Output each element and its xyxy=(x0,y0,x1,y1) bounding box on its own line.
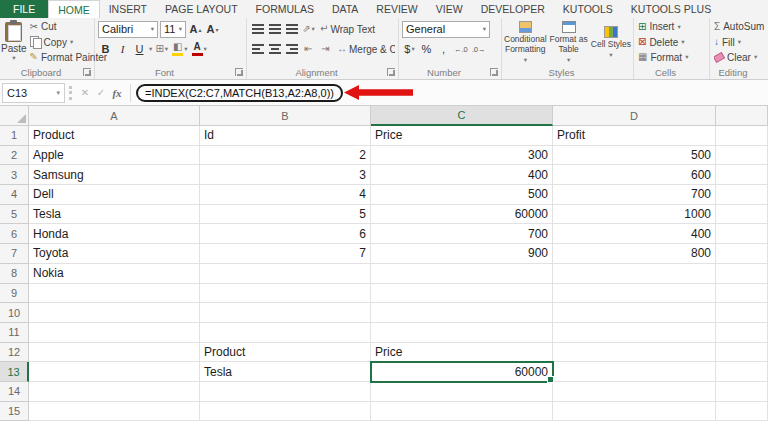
cell-D13[interactable] xyxy=(553,362,716,382)
decrease-decimal-button[interactable]: .0→ xyxy=(471,41,487,58)
cell-styles-button[interactable]: Cell Styles ▾ xyxy=(590,19,632,65)
tab-home[interactable]: HOME xyxy=(48,0,100,18)
orientation-button[interactable]: ⇗ ▾ xyxy=(301,21,316,38)
cell-D6[interactable]: 400 xyxy=(553,224,716,244)
increase-indent-button[interactable]: ⇥ xyxy=(318,41,333,58)
clipboard-dialog-launcher[interactable] xyxy=(83,68,91,76)
cell-B8[interactable] xyxy=(200,264,371,284)
conditional-formatting-button[interactable]: Conditional Formatting ▾ xyxy=(503,19,548,65)
align-bottom-button[interactable] xyxy=(284,21,299,38)
cell-D8[interactable] xyxy=(553,264,716,284)
cell-C3[interactable]: 400 xyxy=(371,165,553,185)
cell-E15[interactable] xyxy=(716,402,768,422)
cell-D10[interactable] xyxy=(553,303,716,323)
cell-E13[interactable] xyxy=(716,362,768,382)
align-center-button[interactable] xyxy=(267,41,282,58)
cell-E5[interactable] xyxy=(716,205,768,225)
cell-E9[interactable] xyxy=(716,284,768,304)
cell-B1[interactable]: Id xyxy=(200,126,371,146)
cell-E4[interactable] xyxy=(716,185,768,205)
select-all-button[interactable] xyxy=(0,106,29,126)
clear-button[interactable]: Clear ▾ xyxy=(714,50,764,65)
format-cells-button[interactable]: ▦ Format ▾ xyxy=(638,50,705,65)
column-header-A[interactable]: A xyxy=(29,106,200,126)
cell-D14[interactable] xyxy=(553,382,716,402)
cell-C1[interactable]: Price xyxy=(371,126,553,146)
column-header-C[interactable]: C xyxy=(371,106,553,126)
align-middle-button[interactable] xyxy=(267,21,282,38)
name-box[interactable]: C13 ▾ xyxy=(2,83,65,103)
accounting-format-button[interactable]: $ ▾ xyxy=(402,41,417,58)
cell-B12[interactable]: Product xyxy=(200,343,371,363)
number-format-select[interactable]: General ▾ xyxy=(402,21,490,38)
cell-B6[interactable]: 6 xyxy=(200,224,371,244)
row-header-2[interactable]: 2 xyxy=(0,146,29,166)
delete-cells-button[interactable]: ⊠ Delete ▾ xyxy=(638,35,705,50)
row-header-13[interactable]: 13 xyxy=(0,362,29,382)
cell-E11[interactable] xyxy=(716,323,768,343)
tab-review[interactable]: REVIEW xyxy=(367,0,426,18)
tab-file[interactable]: FILE xyxy=(0,0,48,18)
cell-C12[interactable]: Price xyxy=(371,343,553,363)
cell-B15[interactable] xyxy=(200,402,371,422)
cell-A8[interactable]: Nokia xyxy=(29,264,200,284)
format-as-table-button[interactable]: Format as Table ▾ xyxy=(548,19,590,65)
insert-function-icon[interactable]: fx xyxy=(109,87,125,99)
cell-C2[interactable]: 300 xyxy=(371,146,553,166)
cell-C4[interactable]: 500 xyxy=(371,185,553,205)
row-header-9[interactable]: 9 xyxy=(0,284,29,304)
cell-E3[interactable] xyxy=(716,165,768,185)
cell-B3[interactable]: 3 xyxy=(200,165,371,185)
font-name-select[interactable]: Calibri ▾ xyxy=(98,21,158,38)
cell-E6[interactable] xyxy=(716,224,768,244)
cell-A6[interactable]: Honda xyxy=(29,224,200,244)
cell-A15[interactable] xyxy=(29,402,200,422)
cell-C8[interactable] xyxy=(371,264,553,284)
tab-view[interactable]: VIEW xyxy=(427,0,472,18)
cell-C15[interactable] xyxy=(371,402,553,422)
row-header-5[interactable]: 5 xyxy=(0,205,29,225)
tab-page-layout[interactable]: PAGE LAYOUT xyxy=(156,0,247,18)
cell-B13[interactable]: Tesla xyxy=(200,362,371,382)
font-dialog-launcher[interactable] xyxy=(235,68,243,76)
cell-C14[interactable] xyxy=(371,382,553,402)
cell-E1[interactable] xyxy=(716,126,768,146)
insert-cells-button[interactable]: ⊞ Insert ▾ xyxy=(638,19,705,34)
cell-D9[interactable] xyxy=(553,284,716,304)
cell-B7[interactable]: 7 xyxy=(200,244,371,264)
cell-C5[interactable]: 60000 xyxy=(371,205,553,225)
row-header-11[interactable]: 11 xyxy=(0,323,29,343)
number-dialog-launcher[interactable] xyxy=(490,68,498,76)
row-header-6[interactable]: 6 xyxy=(0,224,29,244)
percent-style-button[interactable]: % xyxy=(419,41,434,58)
row-header-3[interactable]: 3 xyxy=(0,165,29,185)
cell-A10[interactable] xyxy=(29,303,200,323)
row-header-12[interactable]: 12 xyxy=(0,343,29,363)
underline-button[interactable]: U xyxy=(132,41,147,58)
fill-button[interactable]: ↓ Fill ▾ xyxy=(714,35,764,50)
cell-D7[interactable]: 800 xyxy=(553,244,716,264)
cell-A1[interactable]: Product xyxy=(29,126,200,146)
cell-A9[interactable] xyxy=(29,284,200,304)
cell-C7[interactable]: 900 xyxy=(371,244,553,264)
column-header-B[interactable]: B xyxy=(200,106,371,126)
tab-kutools[interactable]: KUTOOLS xyxy=(554,0,622,18)
cell-C11[interactable] xyxy=(371,323,553,343)
cell-C13[interactable]: 60000 xyxy=(371,362,553,382)
alignment-dialog-launcher[interactable] xyxy=(387,68,395,76)
borders-button[interactable]: ⊞ ▾ xyxy=(154,41,169,58)
cell-E7[interactable] xyxy=(716,244,768,264)
tab-kutools-plus[interactable]: KUTOOLS PLUS xyxy=(622,0,720,18)
cell-C6[interactable]: 700 xyxy=(371,224,553,244)
cell-D5[interactable]: 1000 xyxy=(553,205,716,225)
cell-A11[interactable] xyxy=(29,323,200,343)
cell-D11[interactable] xyxy=(553,323,716,343)
cell-A14[interactable] xyxy=(29,382,200,402)
bold-button[interactable]: B xyxy=(98,41,113,58)
align-right-button[interactable] xyxy=(284,41,299,58)
cell-C9[interactable] xyxy=(371,284,553,304)
row-header-8[interactable]: 8 xyxy=(0,264,29,284)
comma-style-button[interactable]: , xyxy=(436,41,451,58)
cell-E14[interactable] xyxy=(716,382,768,402)
tab-formulas[interactable]: FORMULAS xyxy=(247,0,323,18)
